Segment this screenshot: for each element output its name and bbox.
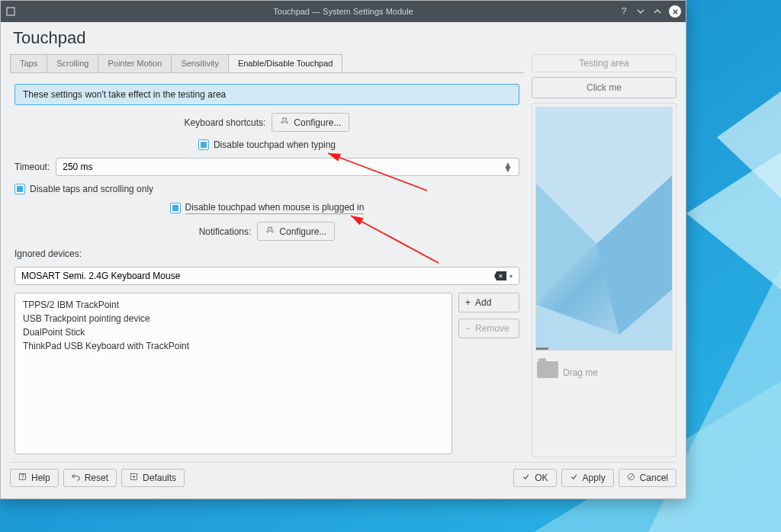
spinner-arrows-icon[interactable]: ▲▼ [503, 162, 513, 171]
chevron-down-icon[interactable]: ▾ [509, 273, 513, 280]
add-device-button[interactable]: + Add [458, 293, 519, 312]
drag-me-label: Drag me [563, 367, 598, 378]
minus-icon: − [465, 323, 471, 334]
testing-surface[interactable] [535, 107, 673, 351]
device-item[interactable]: ThinkPad USB Keyboard with TrackPoint [20, 339, 447, 353]
app-icon [5, 6, 16, 17]
device-item[interactable]: TPPS/2 IBM TrackPoint [20, 298, 447, 312]
defaults-button[interactable]: Defaults [121, 469, 185, 487]
svg-text:?: ? [21, 473, 24, 480]
click-me-button[interactable]: Click me [532, 77, 677, 98]
timeout-input[interactable]: 250 ms ▲▼ [56, 158, 519, 176]
disable-mouse-checkbox[interactable] [170, 203, 181, 213]
page-title: Touchpad [13, 28, 677, 48]
remove-label: Remove [475, 323, 509, 334]
plus-icon: + [465, 297, 471, 308]
undo-icon [72, 473, 80, 483]
configure-shortcuts-button[interactable]: Configure... [272, 113, 349, 132]
notifications-label: Notifications: [199, 226, 252, 237]
folder-icon[interactable] [537, 361, 558, 378]
keyboard-shortcuts-label: Keyboard shortcuts: [185, 117, 266, 128]
timeout-label: Timeout: [14, 162, 50, 172]
tab-pointer-motion[interactable]: Pointer Motion [98, 54, 172, 72]
ignored-devices-label: Ignored devices: [14, 248, 519, 259]
ok-button[interactable]: OK [513, 469, 556, 487]
right-panel: Testing area Click me Drag [532, 54, 677, 457]
ignored-devices-combo[interactable]: MOSART Semi. 2.4G Keyboard Mouse ✕ ▾ [14, 267, 519, 285]
defaults-icon [130, 473, 138, 483]
tab-content: These settings won't take effect in the … [10, 73, 524, 457]
help-button[interactable]: ? Help [10, 469, 59, 487]
add-label: Add [475, 297, 491, 308]
timeout-value: 250 ms [63, 162, 92, 172]
tab-enable-disable[interactable]: Enable/Disable Touchpad [228, 54, 343, 72]
configure-notifications-label: Configure... [279, 226, 326, 237]
disable-taps-scrolling-checkbox[interactable] [14, 184, 25, 194]
remove-device-button[interactable]: − Remove [458, 319, 519, 338]
testing-area[interactable]: Drag me [532, 103, 677, 457]
disable-taps-scrolling-label: Disable taps and scrolling only [30, 184, 153, 194]
disable-typing-label: Disable touchpad when typing [214, 139, 336, 150]
tab-bar: Taps Scrolling Pointer Motion Sensitivit… [10, 54, 524, 73]
configure-icon [280, 117, 289, 128]
check-icon [522, 473, 530, 483]
apply-button[interactable]: Apply [561, 469, 614, 487]
tab-sensitivity[interactable]: Sensitivity [171, 54, 229, 72]
tab-taps[interactable]: Taps [10, 54, 47, 72]
minimize-icon[interactable] [635, 6, 646, 17]
configure-shortcuts-label: Configure... [294, 117, 341, 128]
device-item[interactable]: USB Trackpoint pointing device [20, 312, 447, 325]
help-icon: ? [18, 473, 27, 483]
svg-rect-5 [7, 8, 14, 15]
help-icon[interactable]: ? [619, 6, 629, 17]
configure-icon [265, 226, 275, 237]
titlebar[interactable]: Touchpad — System Settings Module ? [1, 1, 686, 22]
window-body: Touchpad Taps Scrolling Pointer Motion S… [1, 22, 686, 498]
left-panel: Taps Scrolling Pointer Motion Sensitivit… [10, 54, 524, 457]
reset-button[interactable]: Reset [63, 469, 117, 487]
device-item[interactable]: DualPoint Stick [20, 325, 447, 339]
button-bar: ? Help Reset Defaults OK [10, 462, 677, 492]
close-icon[interactable] [669, 5, 681, 18]
tab-scrolling[interactable]: Scrolling [47, 54, 98, 72]
combo-value: MOSART Semi. 2.4G Keyboard Mouse [21, 271, 180, 281]
device-listbox[interactable]: TPPS/2 IBM TrackPoint USB Trackpoint poi… [14, 293, 452, 454]
disable-typing-checkbox[interactable] [198, 139, 209, 150]
check-icon [570, 473, 578, 483]
maximize-icon[interactable] [652, 6, 663, 17]
cancel-button[interactable]: Cancel [619, 469, 677, 487]
window-title: Touchpad — System Settings Module [273, 7, 413, 16]
drag-row[interactable]: Drag me [535, 357, 673, 383]
cancel-icon [627, 473, 635, 483]
clear-icon[interactable]: ✕ [494, 271, 506, 280]
configure-notifications-button[interactable]: Configure... [257, 222, 335, 241]
testing-area-heading: Testing area [532, 54, 677, 72]
info-banner: These settings won't take effect in the … [14, 84, 519, 105]
disable-mouse-label: Disable touchpad when mouse is plugged i… [185, 202, 365, 214]
settings-window: Touchpad — System Settings Module ? Touc… [0, 0, 686, 499]
